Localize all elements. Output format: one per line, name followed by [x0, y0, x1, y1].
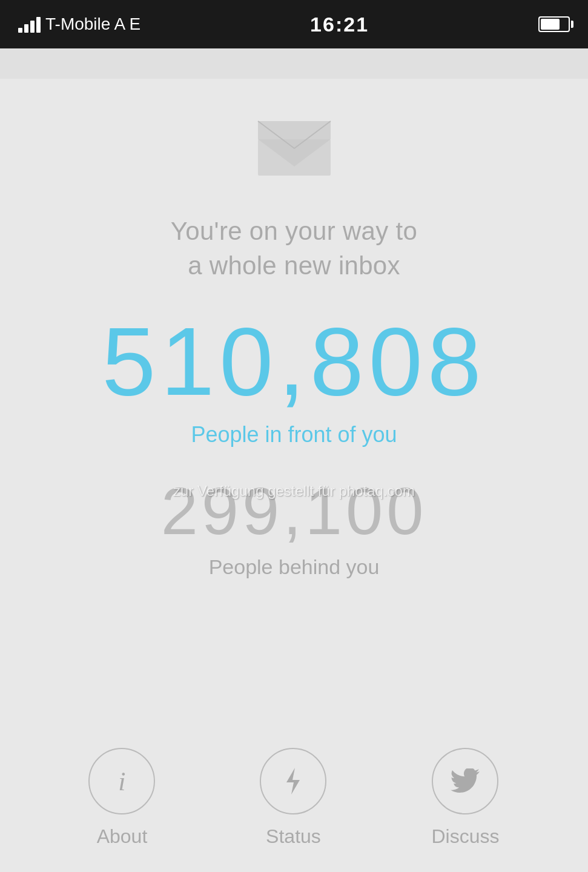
- main-number: 510,808: [24, 313, 564, 410]
- tagline: You're on your way to a whole new inbox: [171, 214, 417, 283]
- about-label: About: [97, 825, 148, 848]
- status-right: [538, 16, 570, 32]
- carrier-text: T-Mobile A E: [45, 15, 140, 34]
- discuss-button[interactable]: Discuss: [431, 748, 499, 848]
- tagline-line2: a whole new inbox: [188, 251, 400, 280]
- battery-icon: [538, 16, 570, 32]
- bottom-buttons: i About Status Discuss: [24, 748, 564, 848]
- svg-rect-1: [258, 139, 331, 176]
- inbox-icon: [252, 115, 337, 182]
- discuss-label: Discuss: [431, 825, 499, 848]
- status-time: 16:21: [310, 13, 369, 36]
- lightning-icon: [282, 767, 305, 796]
- main-content: zur Verfügung gestellt für photaq.com Yo…: [0, 79, 588, 872]
- status-bar: T-Mobile A E 16:21: [0, 0, 588, 48]
- svg-marker-2: [286, 768, 300, 794]
- status-label: Status: [266, 825, 321, 848]
- about-icon-circle: i: [88, 748, 155, 814]
- status-left: T-Mobile A E: [18, 15, 140, 34]
- discuss-icon-circle: [432, 748, 498, 814]
- tagline-line1: You're on your way to: [171, 217, 417, 245]
- about-button[interactable]: i About: [88, 748, 155, 848]
- status-icon-circle: [260, 748, 326, 814]
- secondary-number: 299,100: [161, 478, 428, 544]
- twitter-icon: [451, 768, 480, 794]
- people-front-label: People in front of you: [191, 422, 397, 448]
- signal-bars-icon: [18, 16, 41, 33]
- people-behind-label: People behind you: [209, 555, 380, 579]
- status-button[interactable]: Status: [260, 748, 326, 848]
- about-icon: i: [118, 766, 125, 797]
- phone-top-bar: [0, 48, 588, 79]
- inbox-icon-wrapper: [252, 115, 337, 184]
